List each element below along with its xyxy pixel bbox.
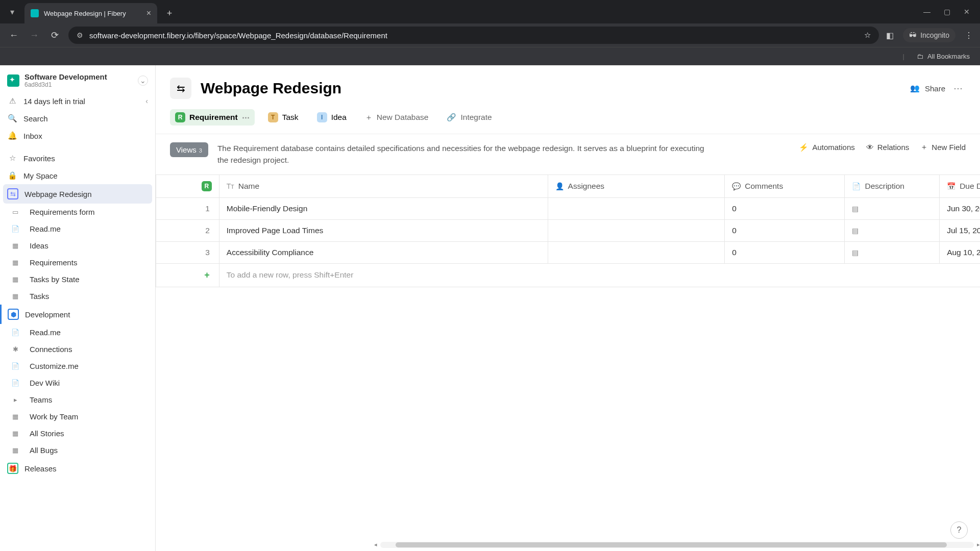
sidebar-item[interactable]: ▦Work by Team [0,408,155,425]
workspace-logo-icon [7,74,19,87]
cell-assignees[interactable] [548,241,725,263]
cell-description[interactable]: ▤ [845,197,940,219]
cell-due-date[interactable]: Aug 10, 2023 [940,241,980,263]
sidebar-item[interactable]: ▦All Stories [0,425,155,442]
cell-due-date[interactable]: Jul 15, 2023 [940,219,980,241]
column-header-description[interactable]: 📄Description [845,174,940,197]
relations-label: Relations [877,143,910,152]
add-row-plus-icon[interactable]: + [156,263,219,287]
browser-menu-icon[interactable]: ⋮ [965,31,973,40]
automations-label: Automations [812,143,854,152]
scroll-thumb[interactable] [396,542,947,547]
trial-banner[interactable]: ⚠ 14 days left in trial ‹ [0,92,155,110]
automations-button[interactable]: ⚡ Automations [799,143,854,152]
relations-button[interactable]: 👁 Relations [866,143,910,152]
sidebar-item[interactable]: ▦Requirements [0,254,155,271]
table: R TтName 👤Assignees 💬Comments 📄Descripti… [156,174,980,287]
sidebar-item[interactable]: 📄Read.me [0,220,155,237]
sidebar-item[interactable]: ▦Tasks by State [0,271,155,288]
table-row[interactable]: 3Accessibility Compliance0▤Aug 10, 2023⚑… [156,241,981,263]
column-header-name[interactable]: TтName [219,174,548,197]
side-panel-icon[interactable]: ◧ [886,31,894,40]
sidebar-space[interactable]: ⬢Development [0,305,155,324]
workspace-switcher[interactable]: Software Development 6ad8d3d1 ⌄ [0,68,155,92]
cell-comments[interactable]: 0 [725,219,845,241]
sidebar-inbox[interactable]: 🔔 Inbox [0,127,155,144]
tab-task-label: Task [282,113,299,122]
cell-assignees[interactable] [548,197,725,219]
new-tab-button[interactable]: + [161,5,178,21]
close-window-icon[interactable]: ✕ [964,8,970,16]
sidebar-favorites[interactable]: ☆ Favorites [0,149,155,167]
views-count: 3 [199,147,202,154]
collapse-sidebar-icon[interactable]: ‹ [145,97,148,105]
cell-name[interactable]: Mobile-Friendly Design [219,197,548,219]
bookmark-star-icon[interactable]: ☆ [864,31,871,40]
database-description[interactable]: The Requirement database contains detail… [217,142,707,166]
scroll-right-icon[interactable]: ▸ [977,541,980,548]
sidebar-space[interactable]: ⇆Webpage Redesign [3,184,152,204]
maximize-icon[interactable]: ▢ [944,8,950,16]
workspace-dropdown-icon[interactable]: ⌄ [138,76,148,86]
column-header-assignees[interactable]: 👤Assignees [548,174,725,197]
sidebar-item[interactable]: 📄Dev Wiki [0,374,155,391]
new-field-button[interactable]: ＋ New Field [920,142,966,152]
incognito-badge[interactable]: 🕶 Incognito [903,28,955,42]
cell-name[interactable]: Improved Page Load Times [219,219,548,241]
cell-description[interactable]: ▤ [845,219,940,241]
note-icon: ▤ [852,248,859,257]
sidebar-space[interactable]: 🎁Releases [0,459,155,478]
browser-tab-active[interactable]: Webpage Redesign | Fibery × [24,3,157,23]
cell-name[interactable]: Accessibility Compliance [219,241,548,263]
sidebar-item[interactable]: ▦Ideas [0,237,155,254]
help-button[interactable]: ? [950,521,968,539]
sidebar-item[interactable]: 📄Read.me [0,324,155,341]
cell-description[interactable]: ▤ [845,241,940,263]
tab-task[interactable]: T Task [263,109,304,126]
minimize-icon[interactable]: — [923,8,930,16]
sidebar-search[interactable]: 🔍 Search [0,110,155,127]
forward-button[interactable]: → [28,30,41,41]
sidebar-favorites-label: Favorites [23,154,55,163]
space-icon[interactable]: ⇆ [170,78,191,99]
integrate-button[interactable]: 🔗 Integrate [442,110,497,125]
sidebar-myspace[interactable]: 🔒 My Space [0,167,155,184]
sidebar-item[interactable]: ▦Tasks [0,288,155,305]
column-header-comments[interactable]: 💬Comments [725,174,845,197]
horizontal-scrollbar[interactable]: ◂ ▸ [380,542,974,548]
note-icon: ▤ [852,227,859,235]
cell-assignees[interactable] [548,219,725,241]
bell-icon: 🔔 [7,131,17,140]
sidebar-item[interactable]: ▦All Bugs [0,442,155,459]
add-row[interactable]: +To add a new row, press Shift+Enter [156,263,981,287]
table-row[interactable]: 1Mobile-Friendly Design0▤Jun 30, 2023⚑Im… [156,197,981,219]
sidebar-item[interactable]: ✱Connections [0,341,155,358]
new-database-button[interactable]: ＋ New Database [360,110,434,126]
back-button[interactable]: ← [7,30,20,41]
cell-due-date[interactable]: Jun 30, 2023 [940,197,980,219]
tab-search-dropdown[interactable]: ▾ [0,0,24,23]
all-bookmarks-link[interactable]: All Bookmarks [927,53,970,60]
sidebar-item-label: Requirements form [30,208,95,216]
tab-requirement-menu[interactable]: ⋯ [242,113,250,122]
reload-button[interactable]: ⟳ [48,30,61,41]
scroll-left-icon[interactable]: ◂ [374,541,377,548]
sidebar-item[interactable]: ▸Teams [0,391,155,408]
sidebar-item[interactable]: ▭Requirements form [0,204,155,220]
table-row[interactable]: 2Improved Page Load Times0▤Jul 15, 2023⚑… [156,219,981,241]
address-bar[interactable]: ⚙ software-development.fibery.io/fibery/… [68,27,879,44]
tab-requirement[interactable]: R Requirement ⋯ [170,109,255,126]
sidebar: Software Development 6ad8d3d1 ⌄ ⚠ 14 day… [0,65,156,551]
cell-comments[interactable]: 0 [725,241,845,263]
page-title[interactable]: Webpage Redesign [201,80,341,97]
page-more-menu[interactable]: ⋯ [950,83,966,94]
site-settings-icon[interactable]: ⚙ [77,31,83,39]
sidebar-item-label: Work by Team [30,412,78,421]
sidebar-item[interactable]: 📄Customize.me [0,358,155,374]
tab-idea[interactable]: I Idea [312,109,352,126]
views-button[interactable]: Views 3 [170,142,208,157]
close-tab-icon[interactable]: × [146,9,151,18]
share-button[interactable]: Share [925,84,945,93]
column-header-due[interactable]: 📅Due Date [940,174,980,197]
cell-comments[interactable]: 0 [725,197,845,219]
